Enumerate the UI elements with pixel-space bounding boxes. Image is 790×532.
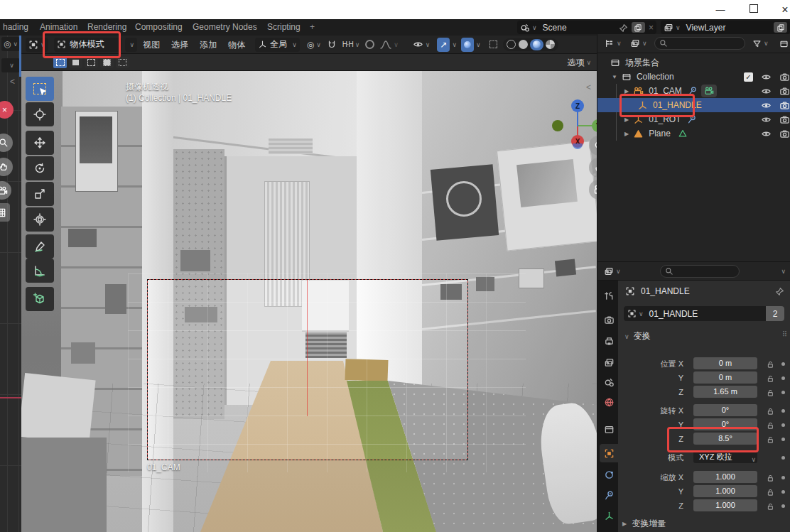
menu-view[interactable]: 视图 <box>137 36 166 54</box>
tab-scripting[interactable]: Scripting <box>264 19 303 36</box>
lock-icon[interactable] <box>766 406 774 416</box>
proportional-edit-button[interactable] <box>362 38 377 52</box>
chevron-down-icon[interactable]: ∨ <box>781 268 786 275</box>
close-button[interactable]: × <box>774 2 790 17</box>
outliner-display-mode-button[interactable]: ∨ <box>627 36 650 50</box>
animate-dot[interactable] <box>781 438 785 441</box>
pin-icon[interactable] <box>619 22 628 32</box>
select-mode-extend-button[interactable] <box>69 57 82 68</box>
shading-wireframe-button[interactable] <box>507 40 516 49</box>
tool-transform[interactable] <box>26 207 54 232</box>
camera-view-icon[interactable] <box>0 181 11 200</box>
hide-eye-icon[interactable] <box>761 72 772 82</box>
shading-material-button[interactable] <box>530 39 543 50</box>
outliner-row-collection[interactable]: ▼ Collection ✓ <box>597 70 790 84</box>
viewport-3d[interactable]: 01_CAM 摄像机透视 (1) Collection | 01_HANDLE … <box>21 71 597 532</box>
tool-rotate[interactable] <box>26 156 54 180</box>
rotation-mode-dropdown[interactable]: XYZ 欧拉∨ <box>693 451 757 463</box>
menu-select[interactable]: 选择 <box>166 36 194 54</box>
scene-selector[interactable]: ∨ Scene × <box>517 21 656 34</box>
outliner-filter-button[interactable]: ∨ <box>750 36 772 50</box>
outliner-search-input[interactable] <box>654 37 745 50</box>
animate-dot[interactable] <box>781 391 785 394</box>
gizmo-minus-y-ball[interactable] <box>552 120 563 131</box>
animate-dot[interactable] <box>781 476 785 479</box>
location-x-field[interactable]: 0 m <box>693 357 757 369</box>
zoom-icon[interactable] <box>0 134 13 152</box>
active-camera-badge[interactable] <box>701 85 717 97</box>
tab-geometry-nodes[interactable]: Geometry Nodes <box>190 19 260 36</box>
tab-collection[interactable] <box>600 420 619 438</box>
animate-dot[interactable] <box>781 456 785 460</box>
select-mode-intersect-button[interactable] <box>116 57 129 68</box>
shading-solid-button[interactable] <box>519 40 528 49</box>
panel-drag-handle[interactable]: ⠿ <box>782 330 787 338</box>
render-visibility-icon[interactable] <box>779 129 790 139</box>
navigation-gizmo[interactable]: Z Y X <box>535 84 597 169</box>
maximize-button[interactable] <box>743 2 764 17</box>
tab-compositing[interactable]: Compositing <box>132 19 185 36</box>
pan-hand-icon[interactable] <box>0 158 13 176</box>
menu-add[interactable]: 添加 <box>194 36 222 54</box>
render-visibility-icon[interactable] <box>779 100 790 111</box>
hide-eye-icon[interactable] <box>761 100 772 111</box>
gizmo-z-ball[interactable]: Z <box>571 99 584 112</box>
add-workspace-button[interactable]: + <box>307 19 318 36</box>
tab-scene[interactable] <box>600 373 619 391</box>
tool-select-box[interactable] <box>26 77 54 101</box>
lock-icon[interactable] <box>766 434 774 444</box>
proportional-falloff-button[interactable]: ∨ <box>377 38 401 52</box>
properties-editor-type-button[interactable]: ∨ <box>601 264 624 278</box>
expand-icon[interactable]: ▶ <box>624 131 629 137</box>
lock-icon[interactable] <box>766 420 774 430</box>
mode-dropdown-button[interactable]: ∨ <box>125 38 138 52</box>
render-visibility-icon[interactable] <box>779 114 790 125</box>
animate-dot[interactable] <box>781 504 785 508</box>
object-name-field[interactable]: ∨ 01_HANDLE 2 <box>624 306 784 321</box>
select-mode-subtract-button[interactable] <box>85 57 98 68</box>
collapse-arrow-icon[interactable]: < <box>10 77 15 87</box>
tool-scale[interactable] <box>26 182 54 206</box>
pin-id-icon[interactable] <box>775 286 784 296</box>
rotation-x-field[interactable]: 0° <box>693 404 757 416</box>
viewlayer-selector[interactable]: ∨ ViewLayer <box>661 21 790 34</box>
outliner-row-scene-collection[interactable]: 场景集合 <box>597 55 790 70</box>
new-scene-button[interactable] <box>632 22 645 33</box>
shading-rendered-button[interactable] <box>546 40 555 49</box>
scale-x-field[interactable]: 1.000 <box>693 471 757 483</box>
animate-dot[interactable] <box>781 409 785 413</box>
select-mode-invert-button[interactable] <box>100 57 114 68</box>
hide-eye-icon[interactable] <box>761 114 772 125</box>
tab-tool[interactable] <box>600 286 619 305</box>
gizmo-minus-z-ball[interactable] <box>573 143 583 149</box>
tab-physics[interactable] <box>600 465 619 484</box>
lock-icon[interactable] <box>766 359 774 369</box>
gizmo-y-ball[interactable]: Y <box>592 119 597 132</box>
scale-y-field[interactable]: 1.000 <box>693 485 757 497</box>
clipped-overlay-button[interactable]: ∨ <box>1 58 20 72</box>
tab-object-data[interactable] <box>600 506 619 525</box>
render-visibility-icon[interactable] <box>779 72 790 82</box>
tab-render[interactable] <box>600 310 619 329</box>
tab-constraints[interactable] <box>600 486 619 504</box>
xray-toggle-button[interactable] <box>487 38 500 52</box>
tool-measure[interactable] <box>26 259 54 283</box>
new-viewlayer-button[interactable] <box>774 22 787 33</box>
location-z-field[interactable]: 1.65 m <box>693 386 757 398</box>
snap-target-button[interactable]: H·H∨ <box>340 38 362 52</box>
lock-icon[interactable] <box>766 472 774 482</box>
outliner-editor-type-button[interactable]: ∨ <box>602 36 624 50</box>
lock-icon[interactable] <box>766 501 774 511</box>
tab-view-layer[interactable] <box>600 353 619 371</box>
animate-dot[interactable] <box>781 376 785 380</box>
options-dropdown[interactable]: 选项 ∨ <box>567 56 591 69</box>
tool-add-cube[interactable] <box>26 287 54 311</box>
outliner-row-plane[interactable]: ▶ Plane <box>597 126 790 141</box>
minimize-button[interactable]: — <box>710 2 731 17</box>
chevron-down-icon[interactable]: ∨ <box>452 41 457 48</box>
visibility-filter-button[interactable]: ∨ <box>410 38 433 52</box>
expand-icon[interactable]: ▼ <box>612 74 617 80</box>
location-y-field[interactable]: 0 m <box>693 371 757 384</box>
transform-panel-header[interactable]: ∨ 变换 <box>622 330 651 342</box>
hide-eye-icon[interactable] <box>761 86 772 97</box>
